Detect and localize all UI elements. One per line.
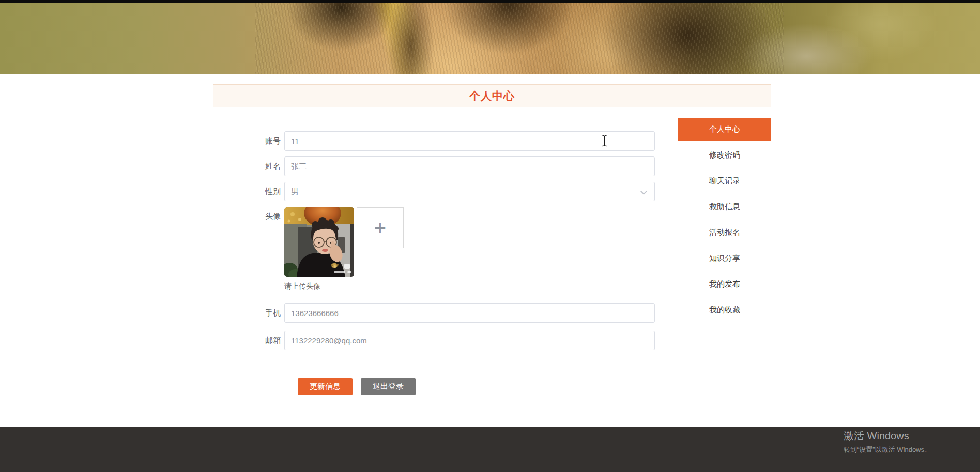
sidebar-item-knowledge-share[interactable]: 知识分享 bbox=[678, 247, 771, 270]
plus-icon: + bbox=[374, 217, 386, 238]
avatar-photo bbox=[284, 207, 354, 277]
sidebar-menu: 个人中心 修改密码 聊天记录 救助信息 活动报名 知识分享 我的发布 我的收藏 bbox=[678, 118, 771, 324]
gender-row: 性别 男 bbox=[213, 182, 667, 201]
banner-fur-texture bbox=[255, 3, 784, 74]
sidebar-item-rescue-info[interactable]: 救助信息 bbox=[678, 195, 771, 218]
avatar-upload-hint: 请上传头像 bbox=[284, 282, 667, 291]
gender-select[interactable]: 男 bbox=[284, 182, 655, 201]
email-input[interactable] bbox=[284, 331, 655, 350]
name-input[interactable] bbox=[284, 156, 655, 176]
account-label: 账号 bbox=[213, 136, 284, 146]
gender-label: 性别 bbox=[213, 187, 284, 197]
sidebar-item-change-password[interactable]: 修改密码 bbox=[678, 144, 771, 167]
form-actions: 更新信息 退出登录 bbox=[298, 378, 667, 395]
chevron-down-icon bbox=[640, 188, 647, 195]
sidebar-item-my-posts[interactable]: 我的发布 bbox=[678, 273, 771, 296]
account-input[interactable] bbox=[284, 131, 655, 151]
watermark-line1: 激活 Windows bbox=[844, 429, 931, 443]
windows-activation-watermark: 激活 Windows 转到“设置”以激活 Windows。 bbox=[844, 429, 931, 454]
phone-row: 手机 bbox=[213, 303, 667, 323]
logout-button[interactable]: 退出登录 bbox=[361, 378, 416, 395]
phone-label: 手机 bbox=[213, 308, 284, 318]
avatar-label: 头像 bbox=[213, 207, 284, 222]
sidebar-item-my-favorites[interactable]: 我的收藏 bbox=[678, 298, 771, 322]
profile-form: 账号 姓名 性别 男 头像 bbox=[213, 118, 667, 417]
page-title: 个人中心 bbox=[469, 90, 515, 102]
sidebar-item-chat-history[interactable]: 聊天记录 bbox=[678, 169, 771, 193]
avatar-upload-button[interactable]: + bbox=[357, 207, 404, 248]
banner-image bbox=[0, 3, 980, 74]
page-footer: 激活 Windows 转到“设置”以激活 Windows。 bbox=[0, 427, 980, 472]
update-info-button[interactable]: 更新信息 bbox=[298, 378, 353, 395]
phone-input[interactable] bbox=[284, 303, 655, 323]
name-label: 姓名 bbox=[213, 162, 284, 171]
account-row: 账号 bbox=[213, 131, 667, 151]
sidebar-item-personal-center[interactable]: 个人中心 bbox=[678, 118, 771, 141]
personal-center-page: 个人中心 账号 姓名 性别 男 头像 bbox=[0, 0, 980, 472]
sidebar-item-activity-signup[interactable]: 活动报名 bbox=[678, 221, 771, 244]
avatar-row: 头像 bbox=[213, 207, 667, 277]
name-row: 姓名 bbox=[213, 156, 667, 176]
email-label: 邮箱 bbox=[213, 336, 284, 345]
watermark-line2: 转到“设置”以激活 Windows。 bbox=[844, 445, 931, 454]
email-row: 邮箱 bbox=[213, 331, 667, 350]
page-title-panel: 个人中心 bbox=[213, 84, 771, 107]
gender-selected-value: 男 bbox=[291, 187, 299, 197]
